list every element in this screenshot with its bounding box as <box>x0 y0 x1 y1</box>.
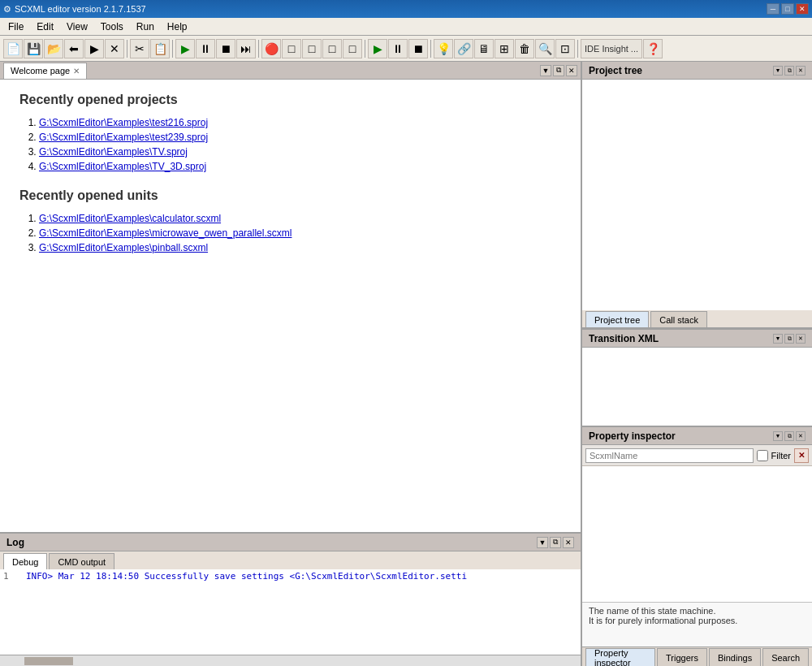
toolbar-play2[interactable]: ▶ <box>368 39 387 58</box>
menu-file[interactable]: File <box>2 19 30 34</box>
list-item: G:\ScxmlEditor\Examples\TV.sproj <box>39 146 561 158</box>
log-tab-debug[interactable]: Debug <box>3 553 47 569</box>
transition-arrow[interactable]: ▼ <box>773 334 783 344</box>
filter-input[interactable] <box>585 448 754 463</box>
toolbar-cut[interactable]: ✂ <box>130 39 149 58</box>
log-down-arrow[interactable]: ▼ <box>537 537 548 548</box>
toolbar-fwd[interactable]: ▶ <box>84 39 104 58</box>
welcome-tab[interactable]: Welcome page ✕ <box>3 63 87 79</box>
toolbar-stop[interactable]: ⏹ <box>216 39 235 58</box>
toolbar-back[interactable]: ⬅ <box>64 39 84 58</box>
list-item: G:\ScxmlEditor\Examples\test239.sproj <box>39 132 561 143</box>
toolbar-s4[interactable]: □ <box>343 39 362 58</box>
recent-units-title: Recently opened units <box>19 188 561 203</box>
project-tree-close[interactable]: ✕ <box>796 66 806 76</box>
app-title: SCXML editor version 2.1.7.1537 <box>15 4 146 14</box>
transition-float[interactable]: ⧉ <box>784 334 794 344</box>
project-link-2[interactable]: G:\ScxmlEditor\Examples\test239.sproj <box>39 132 208 143</box>
toolbar-screen[interactable]: 🖥 <box>474 39 494 58</box>
property-float[interactable]: ⧉ <box>784 431 794 441</box>
menu-help[interactable]: Help <box>161 19 194 34</box>
maximize-button[interactable]: □ <box>781 3 794 15</box>
toolbar-s3[interactable]: □ <box>322 39 342 58</box>
filter-checkbox[interactable] <box>757 450 768 461</box>
bottom-tab-bindings[interactable]: Bindings <box>709 648 761 666</box>
toolbar-grid[interactable]: ⊞ <box>495 39 514 58</box>
bottom-tab-search[interactable]: Search <box>762 648 809 666</box>
list-item: G:\ScxmlEditor\Examples\test216.sproj <box>39 117 561 128</box>
log-tab-cmd[interactable]: CMD output <box>49 553 114 569</box>
toolbar-sep1 <box>127 40 127 58</box>
recent-projects-list: G:\ScxmlEditor\Examples\test216.sproj G:… <box>39 117 561 172</box>
log-float[interactable]: ⧉ <box>550 537 561 548</box>
unit-link-3[interactable]: G:\ScxmlEditor\Examples\pinball.scxml <box>39 242 208 253</box>
tab-call-stack[interactable]: Call stack <box>650 311 707 327</box>
log-title: Log <box>6 537 24 548</box>
ide-insight-label[interactable]: IDE Insight ... <box>581 39 642 58</box>
property-inspector-section: Property inspector ▼ ⧉ ✕ Filter ✕ The na… <box>582 427 812 666</box>
list-item: G:\ScxmlEditor\Examples\pinball.scxml <box>39 242 561 253</box>
tab-down-arrow[interactable]: ▼ <box>540 65 551 76</box>
project-link-3[interactable]: G:\ScxmlEditor\Examples\TV.sproj <box>39 146 188 158</box>
toolbar-pause[interactable]: ⏸ <box>196 39 215 58</box>
tab-float[interactable]: ⧉ <box>553 65 564 76</box>
toolbar-new[interactable]: 📄 <box>3 39 23 58</box>
toolbar-open[interactable]: 📂 <box>44 39 63 58</box>
toolbar-link[interactable]: 🔗 <box>454 39 473 58</box>
project-link-4[interactable]: G:\ScxmlEditor\Examples\TV_3D.sproj <box>39 161 206 172</box>
project-tree-controls: ▼ ⧉ ✕ <box>773 66 806 76</box>
property-inspector-header: Property inspector ▼ ⧉ ✕ <box>582 427 812 445</box>
project-tree-arrow[interactable]: ▼ <box>773 66 783 76</box>
toolbar-run[interactable]: ▶ <box>175 39 195 58</box>
toolbar-delete[interactable]: 🗑 <box>515 39 534 58</box>
title-bar-controls: ─ □ ✕ <box>767 3 809 15</box>
tab-project-tree[interactable]: Project tree <box>585 311 649 327</box>
welcome-tab-close[interactable]: ✕ <box>73 67 80 76</box>
app-icon: ⚙ <box>3 4 11 15</box>
transition-xml-controls: ▼ ⧉ ✕ <box>773 334 806 344</box>
log-close[interactable]: ✕ <box>563 537 574 548</box>
filter-clear-button[interactable]: ✕ <box>794 448 809 463</box>
bottom-tab-triggers[interactable]: Triggers <box>657 648 707 666</box>
close-button[interactable]: ✕ <box>796 3 809 15</box>
menu-view[interactable]: View <box>60 19 94 34</box>
menu-run[interactable]: Run <box>130 19 161 34</box>
property-inspector-title: Property inspector <box>589 430 773 442</box>
toolbar-pause2[interactable]: ⏸ <box>388 39 408 58</box>
toolbar-rec[interactable]: 🔴 <box>261 39 281 58</box>
welcome-tab-label: Welcome page <box>11 66 70 76</box>
tab-close-all[interactable]: ✕ <box>566 65 577 76</box>
toolbar-close[interactable]: ✕ <box>105 39 124 58</box>
property-close[interactable]: ✕ <box>796 431 806 441</box>
menu-tools[interactable]: Tools <box>94 19 130 34</box>
unit-link-1[interactable]: G:\ScxmlEditor\Examples\calculator.scxml <box>39 213 221 224</box>
property-content <box>582 466 812 602</box>
toolbar-find[interactable]: 🔍 <box>535 39 555 58</box>
unit-link-2[interactable]: G:\ScxmlEditor\Examples\microwave_owen_p… <box>39 227 292 239</box>
toolbar-step-over[interactable]: ⏭ <box>236 39 256 58</box>
log-scrollbar[interactable] <box>0 655 581 666</box>
project-tree-float[interactable]: ⧉ <box>784 66 794 76</box>
project-tree-section: Project tree ▼ ⧉ ✕ Project tree Call sta… <box>582 62 812 330</box>
transition-xml-header: Transition XML ▼ ⧉ ✕ <box>582 330 812 348</box>
toolbar-copy[interactable]: 📋 <box>150 39 170 58</box>
toolbar-s1[interactable]: □ <box>282 39 301 58</box>
bottom-tab-property-inspector[interactable]: Property inspector <box>585 648 655 666</box>
toolbar-insight-btn[interactable]: ❓ <box>643 39 663 58</box>
transition-close[interactable]: ✕ <box>796 334 806 344</box>
project-link-1[interactable]: G:\ScxmlEditor\Examples\test216.sproj <box>39 117 208 128</box>
minimize-button[interactable]: ─ <box>767 3 780 15</box>
welcome-tab-bar: Welcome page ✕ ▼ ⧉ ✕ <box>0 62 581 80</box>
toolbar-sep4 <box>365 40 365 58</box>
property-inspector-controls: ▼ ⧉ ✕ <box>773 431 806 441</box>
toolbar-zoom[interactable]: ⊡ <box>555 39 575 58</box>
toolbar-sep3 <box>258 40 259 58</box>
toolbar-stop2[interactable]: ⏹ <box>408 39 428 58</box>
log-line-num: 1 <box>3 571 19 582</box>
toolbar-save[interactable]: 💾 <box>24 39 43 58</box>
toolbar-bulb[interactable]: 💡 <box>434 39 453 58</box>
scroll-thumb[interactable] <box>24 657 73 665</box>
property-arrow[interactable]: ▼ <box>773 431 783 441</box>
menu-edit[interactable]: Edit <box>30 19 60 34</box>
toolbar-s2[interactable]: □ <box>302 39 322 58</box>
